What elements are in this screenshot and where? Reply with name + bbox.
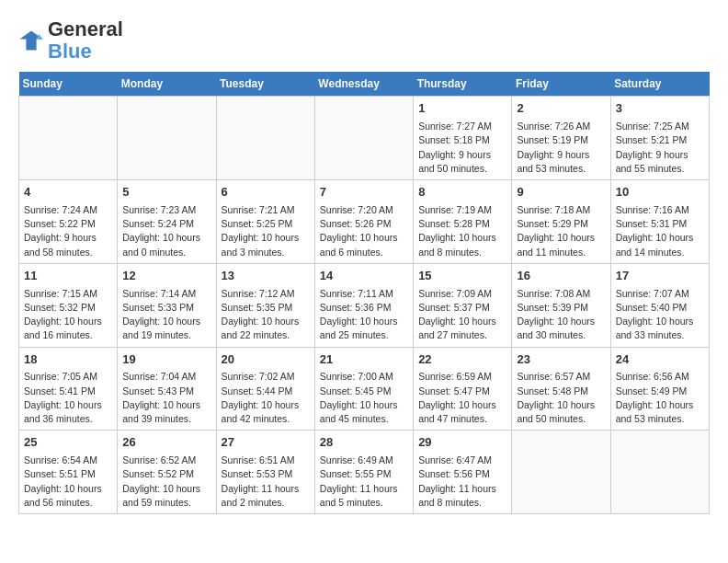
day-number: 29 (418, 434, 506, 452)
calendar-cell: 25Sunrise: 6:54 AMSunset: 5:51 PMDayligh… (19, 431, 118, 514)
calendar-cell: 22Sunrise: 6:59 AMSunset: 5:47 PMDayligh… (414, 347, 512, 431)
day-info: Sunrise: 6:47 AMSunset: 5:56 PMDaylight:… (418, 454, 506, 510)
day-number: 13 (222, 268, 310, 285)
day-info: Sunrise: 7:23 AMSunset: 5:24 PMDaylight:… (122, 203, 210, 259)
header-thursday: Thursday (414, 72, 512, 97)
logo-bird-icon (18, 28, 44, 53)
header-tuesday: Tuesday (216, 72, 314, 97)
day-number: 4 (24, 184, 112, 201)
calendar-cell (314, 97, 413, 180)
calendar-cell: 5Sunrise: 7:23 AMSunset: 5:24 PMDaylight… (118, 180, 216, 264)
day-info: Sunrise: 6:57 AMSunset: 5:48 PMDaylight:… (517, 370, 605, 426)
day-info: Sunrise: 7:11 AMSunset: 5:36 PMDaylight:… (320, 287, 408, 343)
calendar-cell (19, 97, 118, 180)
day-info: Sunrise: 6:54 AMSunset: 5:51 PMDaylight:… (24, 454, 112, 510)
logo-text: General Blue (48, 18, 123, 63)
calendar-cell (216, 97, 314, 180)
day-info: Sunrise: 7:27 AMSunset: 5:18 PMDaylight:… (418, 120, 506, 176)
calendar-cell: 9Sunrise: 7:18 AMSunset: 5:29 PMDaylight… (512, 180, 610, 264)
calendar-cell: 28Sunrise: 6:49 AMSunset: 5:55 PMDayligh… (314, 431, 413, 514)
day-number: 12 (122, 268, 210, 285)
day-info: Sunrise: 6:51 AMSunset: 5:53 PMDaylight:… (222, 454, 310, 510)
logo: General Blue (18, 18, 123, 63)
day-number: 8 (418, 184, 506, 201)
day-number: 18 (24, 351, 112, 369)
day-info: Sunrise: 6:49 AMSunset: 5:55 PMDaylight:… (320, 454, 408, 510)
calendar-cell: 12Sunrise: 7:14 AMSunset: 5:33 PMDayligh… (118, 263, 216, 347)
day-info: Sunrise: 7:08 AMSunset: 5:39 PMDaylight:… (517, 287, 605, 343)
day-info: Sunrise: 7:12 AMSunset: 5:35 PMDaylight:… (222, 287, 310, 343)
calendar-cell: 14Sunrise: 7:11 AMSunset: 5:36 PMDayligh… (314, 263, 413, 347)
day-info: Sunrise: 7:25 AMSunset: 5:21 PMDaylight:… (616, 120, 704, 176)
calendar-cell: 11Sunrise: 7:15 AMSunset: 5:32 PMDayligh… (19, 263, 118, 347)
calendar-table: SundayMondayTuesdayWednesdayThursdayFrid… (18, 72, 710, 514)
calendar-cell: 17Sunrise: 7:07 AMSunset: 5:40 PMDayligh… (610, 263, 709, 347)
day-number: 23 (517, 351, 605, 369)
calendar-cell (118, 97, 216, 180)
day-number: 25 (24, 434, 112, 452)
day-number: 3 (616, 100, 704, 118)
day-number: 16 (517, 268, 605, 285)
day-number: 9 (517, 184, 605, 201)
calendar-cell: 15Sunrise: 7:09 AMSunset: 5:37 PMDayligh… (414, 263, 512, 347)
day-number: 27 (222, 434, 310, 452)
week-row-1: 1Sunrise: 7:27 AMSunset: 5:18 PMDaylight… (19, 97, 710, 180)
day-info: Sunrise: 7:07 AMSunset: 5:40 PMDaylight:… (616, 287, 704, 343)
day-info: Sunrise: 7:05 AMSunset: 5:41 PMDaylight:… (24, 370, 112, 426)
day-info: Sunrise: 7:24 AMSunset: 5:22 PMDaylight:… (24, 203, 112, 259)
day-info: Sunrise: 7:19 AMSunset: 5:28 PMDaylight:… (418, 203, 506, 259)
day-number: 2 (517, 100, 605, 118)
calendar-cell: 4Sunrise: 7:24 AMSunset: 5:22 PMDaylight… (19, 180, 118, 264)
calendar-header-row: SundayMondayTuesdayWednesdayThursdayFrid… (19, 72, 710, 97)
calendar-cell: 1Sunrise: 7:27 AMSunset: 5:18 PMDaylight… (414, 97, 512, 180)
day-info: Sunrise: 7:16 AMSunset: 5:31 PMDaylight:… (616, 203, 704, 259)
day-number: 10 (616, 184, 704, 201)
day-number: 6 (222, 184, 310, 201)
calendar-cell: 19Sunrise: 7:04 AMSunset: 5:43 PMDayligh… (118, 347, 216, 431)
header-friday: Friday (512, 72, 610, 97)
calendar-cell: 2Sunrise: 7:26 AMSunset: 5:19 PMDaylight… (512, 97, 610, 180)
day-info: Sunrise: 7:21 AMSunset: 5:25 PMDaylight:… (222, 203, 310, 259)
day-info: Sunrise: 6:56 AMSunset: 5:49 PMDaylight:… (616, 370, 704, 426)
day-number: 26 (122, 434, 210, 452)
header-sunday: Sunday (19, 72, 118, 97)
calendar-cell: 26Sunrise: 6:52 AMSunset: 5:52 PMDayligh… (118, 431, 216, 514)
day-number: 21 (320, 351, 408, 369)
calendar-cell: 6Sunrise: 7:21 AMSunset: 5:25 PMDaylight… (216, 180, 314, 264)
week-row-4: 18Sunrise: 7:05 AMSunset: 5:41 PMDayligh… (19, 347, 710, 431)
day-number: 20 (222, 351, 310, 369)
day-number: 14 (320, 268, 408, 285)
header-saturday: Saturday (610, 72, 709, 97)
day-number: 24 (616, 351, 704, 369)
day-info: Sunrise: 7:20 AMSunset: 5:26 PMDaylight:… (320, 203, 408, 259)
header-monday: Monday (118, 72, 216, 97)
calendar-cell: 29Sunrise: 6:47 AMSunset: 5:56 PMDayligh… (414, 431, 512, 514)
day-number: 28 (320, 434, 408, 452)
calendar-cell: 23Sunrise: 6:57 AMSunset: 5:48 PMDayligh… (512, 347, 610, 431)
day-info: Sunrise: 7:15 AMSunset: 5:32 PMDaylight:… (24, 287, 112, 343)
svg-marker-0 (19, 31, 42, 51)
calendar-cell: 18Sunrise: 7:05 AMSunset: 5:41 PMDayligh… (19, 347, 118, 431)
day-number: 22 (418, 351, 506, 369)
day-info: Sunrise: 7:02 AMSunset: 5:44 PMDaylight:… (222, 370, 310, 426)
day-number: 5 (122, 184, 210, 201)
day-info: Sunrise: 6:59 AMSunset: 5:47 PMDaylight:… (418, 370, 506, 426)
header-wednesday: Wednesday (314, 72, 413, 97)
calendar-cell (512, 431, 610, 514)
day-number: 17 (616, 268, 704, 285)
calendar-cell: 21Sunrise: 7:00 AMSunset: 5:45 PMDayligh… (314, 347, 413, 431)
day-number: 11 (24, 268, 112, 285)
calendar-cell: 8Sunrise: 7:19 AMSunset: 5:28 PMDaylight… (414, 180, 512, 264)
calendar-cell: 13Sunrise: 7:12 AMSunset: 5:35 PMDayligh… (216, 263, 314, 347)
calendar-cell: 7Sunrise: 7:20 AMSunset: 5:26 PMDaylight… (314, 180, 413, 264)
week-row-2: 4Sunrise: 7:24 AMSunset: 5:22 PMDaylight… (19, 180, 710, 264)
calendar-cell: 24Sunrise: 6:56 AMSunset: 5:49 PMDayligh… (610, 347, 709, 431)
page-header: General Blue (18, 18, 710, 63)
day-info: Sunrise: 6:52 AMSunset: 5:52 PMDaylight:… (122, 454, 210, 510)
day-number: 15 (418, 268, 506, 285)
calendar-cell: 10Sunrise: 7:16 AMSunset: 5:31 PMDayligh… (610, 180, 709, 264)
calendar-cell: 3Sunrise: 7:25 AMSunset: 5:21 PMDaylight… (610, 97, 709, 180)
day-info: Sunrise: 7:09 AMSunset: 5:37 PMDaylight:… (418, 287, 506, 343)
calendar-cell: 20Sunrise: 7:02 AMSunset: 5:44 PMDayligh… (216, 347, 314, 431)
week-row-3: 11Sunrise: 7:15 AMSunset: 5:32 PMDayligh… (19, 263, 710, 347)
